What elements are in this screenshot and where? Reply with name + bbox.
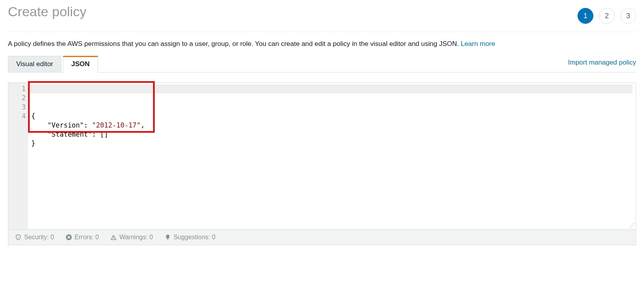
code-l3-sep: : (92, 130, 100, 138)
step-2[interactable]: 2 (599, 8, 615, 24)
line-number-3: 3 (8, 103, 26, 112)
code-lines: { "Version": "2012-10-17", "Statement": … (31, 112, 633, 148)
code-content[interactable]: { "Version": "2012-10-17", "Statement": … (28, 83, 636, 229)
code-l4: } (31, 139, 35, 147)
code-l2-key: "Version" (47, 121, 84, 129)
header-row: Create policy 1 2 3 (8, 0, 636, 32)
status-security[interactable]: ! Security: 0 (15, 234, 54, 241)
status-warnings-text: Warnings: 0 (119, 234, 153, 241)
code-l2-sep: : (84, 121, 92, 129)
status-security-text: Security: 0 (24, 234, 54, 241)
tabs: Visual editor JSON (8, 56, 100, 72)
page-title: Create policy (8, 4, 86, 19)
active-line-highlight (28, 84, 633, 93)
code-l3-indent (31, 130, 47, 138)
code-l3-key: "Statement" (47, 130, 92, 138)
line-number-1: 1 (8, 84, 26, 93)
status-suggestions[interactable]: Suggestions: 0 (164, 234, 216, 241)
status-errors[interactable]: Errors: 0 (65, 234, 99, 241)
warning-icon (110, 234, 117, 241)
editor-gutter: 1 2 3 4 (8, 83, 28, 229)
step-1[interactable]: 1 (578, 8, 593, 24)
code-l3-val: [] (100, 130, 108, 138)
tabs-row: Visual editor JSON Import managed policy (8, 56, 636, 72)
code-l2-indent (31, 121, 47, 129)
learn-more-link[interactable]: Learn more (461, 40, 495, 48)
editor-area[interactable]: 1 2 3 4 { "Version": "2012-10-17", "Stat… (8, 83, 636, 229)
status-errors-text: Errors: 0 (75, 234, 99, 241)
policy-description: A policy defines the AWS permissions tha… (8, 40, 636, 48)
error-icon (65, 234, 72, 241)
step-3[interactable]: 3 (620, 8, 636, 24)
wizard-steps: 1 2 3 (578, 4, 636, 24)
tab-visual-editor[interactable]: Visual editor (8, 56, 61, 72)
code-l1: { (31, 112, 35, 120)
description-text: A policy defines the AWS permissions tha… (8, 40, 461, 48)
line-number-4: 4 (8, 112, 26, 121)
code-l2-end: , (140, 121, 144, 129)
import-managed-policy-link[interactable]: Import managed policy (568, 59, 636, 70)
status-suggestions-text: Suggestions: 0 (174, 234, 216, 241)
divider (8, 32, 636, 32)
bulb-icon (164, 234, 171, 241)
shield-icon: ! (15, 234, 22, 241)
status-warnings[interactable]: Warnings: 0 (110, 234, 153, 241)
editor-status-bar: ! Security: 0 Errors: 0 Warnings: 0 Sugg… (8, 229, 636, 245)
json-editor: 1 2 3 4 { "Version": "2012-10-17", "Stat… (8, 82, 636, 245)
code-l2-val: "2012-10-17" (92, 121, 141, 129)
tab-json[interactable]: JSON (63, 56, 98, 72)
line-number-2: 2 (8, 93, 26, 103)
svg-text:!: ! (18, 236, 19, 240)
